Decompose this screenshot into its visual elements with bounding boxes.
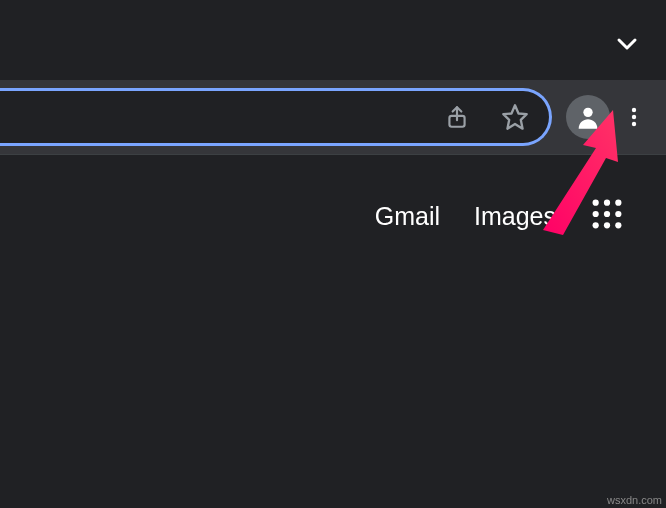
apps-grid-button[interactable] bbox=[590, 197, 624, 235]
tabs-dropdown-button[interactable] bbox=[613, 30, 641, 58]
more-menu-button[interactable] bbox=[614, 97, 654, 137]
svg-point-11 bbox=[615, 211, 621, 217]
svg-point-8 bbox=[615, 200, 621, 206]
apps-grid-icon bbox=[590, 197, 624, 231]
more-vertical-icon bbox=[622, 105, 646, 129]
svg-point-2 bbox=[583, 108, 592, 117]
share-icon bbox=[444, 104, 470, 130]
svg-point-6 bbox=[593, 200, 599, 206]
svg-point-14 bbox=[615, 222, 621, 228]
page-content: Gmail Images bbox=[0, 154, 666, 508]
svg-marker-1 bbox=[503, 105, 526, 128]
svg-point-12 bbox=[593, 222, 599, 228]
gmail-link[interactable]: Gmail bbox=[375, 202, 440, 231]
person-icon bbox=[574, 103, 602, 131]
share-button[interactable] bbox=[437, 97, 477, 137]
svg-point-10 bbox=[604, 211, 610, 217]
star-icon bbox=[501, 103, 529, 131]
browser-toolbar bbox=[0, 80, 666, 154]
svg-point-13 bbox=[604, 222, 610, 228]
svg-point-5 bbox=[632, 122, 636, 126]
svg-point-7 bbox=[604, 200, 610, 206]
address-bar[interactable] bbox=[0, 88, 552, 146]
header-nav: Gmail Images bbox=[375, 197, 624, 235]
images-link[interactable]: Images bbox=[474, 202, 556, 231]
svg-point-3 bbox=[632, 108, 636, 112]
tabs-bar bbox=[0, 0, 666, 80]
svg-point-4 bbox=[632, 115, 636, 119]
attribution-text: wsxdn.com bbox=[607, 494, 662, 506]
chevron-down-icon bbox=[615, 32, 639, 56]
bookmark-button[interactable] bbox=[495, 97, 535, 137]
svg-point-9 bbox=[593, 211, 599, 217]
profile-button[interactable] bbox=[566, 95, 610, 139]
